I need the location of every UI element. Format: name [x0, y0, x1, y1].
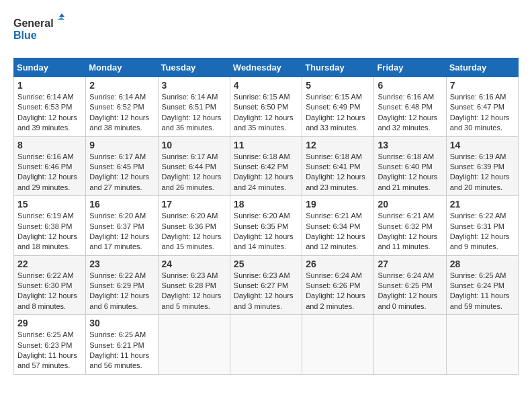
calendar-day-cell: 8Sunrise: 6:16 AMSunset: 6:46 PMDaylight…: [14, 136, 86, 196]
day-number: 3: [162, 80, 226, 91]
calendar-day-cell: 20Sunrise: 6:21 AMSunset: 6:32 PMDayligh…: [374, 196, 446, 256]
day-number: 23: [89, 259, 154, 269]
day-info: Sunrise: 6:16 AMSunset: 6:47 PMDaylight:…: [450, 92, 515, 134]
day-info: Sunrise: 6:17 AMSunset: 6:45 PMDaylight:…: [89, 152, 154, 193]
page-header: General Blue: [13, 13, 519, 47]
calendar-day-cell: 26Sunrise: 6:24 AMSunset: 6:26 PMDayligh…: [302, 255, 374, 315]
day-info: Sunrise: 6:25 AMSunset: 6:23 PMDaylight:…: [17, 330, 82, 371]
day-number: 22: [17, 259, 82, 269]
calendar-day-cell: [158, 315, 230, 375]
calendar-day-cell: 14Sunrise: 6:19 AMSunset: 6:39 PMDayligh…: [446, 136, 518, 196]
day-number: 6: [378, 80, 442, 91]
day-number: 12: [306, 140, 370, 150]
calendar-week-row: 29Sunrise: 6:25 AMSunset: 6:23 PMDayligh…: [14, 315, 519, 375]
day-number: 14: [450, 140, 515, 150]
day-number: 8: [17, 140, 82, 150]
day-number: 24: [162, 259, 226, 269]
calendar-day-cell: [374, 315, 446, 375]
day-of-week-header: Tuesday: [158, 58, 230, 77]
calendar-day-cell: 4Sunrise: 6:15 AMSunset: 6:50 PMDaylight…: [230, 77, 302, 137]
day-number: 19: [306, 199, 370, 210]
day-info: Sunrise: 6:21 AMSunset: 6:34 PMDaylight:…: [306, 211, 370, 253]
calendar-week-row: 22Sunrise: 6:22 AMSunset: 6:30 PMDayligh…: [14, 255, 519, 315]
day-number: 18: [234, 199, 298, 210]
day-info: Sunrise: 6:16 AMSunset: 6:48 PMDaylight:…: [378, 92, 442, 134]
day-number: 26: [306, 259, 370, 269]
day-number: 29: [17, 318, 82, 328]
calendar-day-cell: [446, 315, 518, 375]
calendar-day-cell: 30Sunrise: 6:25 AMSunset: 6:21 PMDayligh…: [86, 315, 158, 375]
day-number: 17: [162, 199, 226, 210]
calendar-day-cell: 2Sunrise: 6:14 AMSunset: 6:52 PMDaylight…: [86, 77, 158, 137]
calendar-day-cell: 17Sunrise: 6:20 AMSunset: 6:36 PMDayligh…: [158, 196, 230, 256]
calendar-day-cell: 6Sunrise: 6:16 AMSunset: 6:48 PMDaylight…: [374, 77, 446, 137]
day-info: Sunrise: 6:14 AMSunset: 6:52 PMDaylight:…: [89, 92, 154, 134]
calendar-day-cell: 28Sunrise: 6:25 AMSunset: 6:24 PMDayligh…: [446, 255, 518, 315]
logo: General Blue: [13, 13, 67, 47]
day-info: Sunrise: 6:18 AMSunset: 6:42 PMDaylight:…: [234, 152, 298, 193]
calendar-day-cell: 24Sunrise: 6:23 AMSunset: 6:28 PMDayligh…: [158, 255, 230, 315]
day-info: Sunrise: 6:14 AMSunset: 6:53 PMDaylight:…: [17, 92, 82, 134]
calendar-day-cell: 3Sunrise: 6:14 AMSunset: 6:51 PMDaylight…: [158, 77, 230, 137]
day-info: Sunrise: 6:23 AMSunset: 6:28 PMDaylight:…: [162, 271, 226, 312]
day-info: Sunrise: 6:14 AMSunset: 6:51 PMDaylight:…: [162, 92, 226, 134]
day-number: 11: [234, 140, 298, 150]
calendar-body: 1Sunrise: 6:14 AMSunset: 6:53 PMDaylight…: [14, 77, 519, 375]
day-info: Sunrise: 6:22 AMSunset: 6:31 PMDaylight:…: [450, 211, 515, 253]
day-info: Sunrise: 6:25 AMSunset: 6:24 PMDaylight:…: [450, 271, 515, 312]
day-number: 30: [89, 318, 154, 328]
calendar-day-cell: 25Sunrise: 6:23 AMSunset: 6:27 PMDayligh…: [230, 255, 302, 315]
calendar-day-cell: [302, 315, 374, 375]
day-number: 9: [89, 140, 154, 150]
calendar-day-cell: 22Sunrise: 6:22 AMSunset: 6:30 PMDayligh…: [14, 255, 86, 315]
day-info: Sunrise: 6:22 AMSunset: 6:30 PMDaylight:…: [17, 271, 82, 312]
calendar-week-row: 15Sunrise: 6:19 AMSunset: 6:38 PMDayligh…: [14, 196, 519, 256]
day-of-week-header: Monday: [86, 58, 158, 77]
day-info: Sunrise: 6:22 AMSunset: 6:29 PMDaylight:…: [89, 271, 154, 312]
svg-text:Blue: Blue: [13, 30, 37, 41]
day-of-week-header: Saturday: [446, 58, 518, 77]
day-info: Sunrise: 6:19 AMSunset: 6:39 PMDaylight:…: [450, 152, 515, 193]
day-info: Sunrise: 6:16 AMSunset: 6:46 PMDaylight:…: [17, 152, 82, 193]
calendar-day-cell: 19Sunrise: 6:21 AMSunset: 6:34 PMDayligh…: [302, 196, 374, 256]
day-info: Sunrise: 6:18 AMSunset: 6:40 PMDaylight:…: [378, 152, 442, 193]
day-info: Sunrise: 6:24 AMSunset: 6:25 PMDaylight:…: [378, 271, 442, 312]
calendar-table: SundayMondayTuesdayWednesdayThursdayFrid…: [13, 58, 519, 375]
day-info: Sunrise: 6:23 AMSunset: 6:27 PMDaylight:…: [234, 271, 298, 312]
day-number: 7: [450, 80, 515, 91]
day-info: Sunrise: 6:20 AMSunset: 6:37 PMDaylight:…: [89, 211, 154, 253]
logo-svg: General Blue: [13, 13, 67, 47]
day-info: Sunrise: 6:15 AMSunset: 6:49 PMDaylight:…: [306, 92, 370, 134]
day-of-week-header: Friday: [374, 58, 446, 77]
day-info: Sunrise: 6:24 AMSunset: 6:26 PMDaylight:…: [306, 271, 370, 312]
calendar-week-row: 1Sunrise: 6:14 AMSunset: 6:53 PMDaylight…: [14, 77, 519, 137]
day-info: Sunrise: 6:21 AMSunset: 6:32 PMDaylight:…: [378, 211, 442, 253]
calendar-day-cell: 1Sunrise: 6:14 AMSunset: 6:53 PMDaylight…: [14, 77, 86, 137]
day-number: 21: [450, 199, 515, 210]
day-number: 27: [378, 259, 442, 269]
calendar-day-cell: 27Sunrise: 6:24 AMSunset: 6:25 PMDayligh…: [374, 255, 446, 315]
day-info: Sunrise: 6:25 AMSunset: 6:21 PMDaylight:…: [89, 330, 154, 371]
calendar-day-cell: 23Sunrise: 6:22 AMSunset: 6:29 PMDayligh…: [86, 255, 158, 315]
day-number: 5: [306, 80, 370, 91]
day-number: 4: [234, 80, 298, 91]
day-info: Sunrise: 6:20 AMSunset: 6:35 PMDaylight:…: [234, 211, 298, 253]
day-of-week-header: Wednesday: [230, 58, 302, 77]
day-info: Sunrise: 6:15 AMSunset: 6:50 PMDaylight:…: [234, 92, 298, 134]
day-number: 2: [89, 80, 154, 91]
calendar-day-cell: 16Sunrise: 6:20 AMSunset: 6:37 PMDayligh…: [86, 196, 158, 256]
day-number: 1: [17, 80, 82, 91]
day-of-week-header: Sunday: [14, 58, 86, 77]
svg-marker-3: [57, 17, 64, 20]
calendar-day-cell: 12Sunrise: 6:18 AMSunset: 6:41 PMDayligh…: [302, 136, 374, 196]
svg-marker-2: [59, 13, 64, 17]
day-number: 16: [89, 199, 154, 210]
day-info: Sunrise: 6:17 AMSunset: 6:44 PMDaylight:…: [162, 152, 226, 193]
svg-text:General: General: [13, 17, 54, 29]
day-number: 15: [17, 199, 82, 210]
calendar-day-cell: 13Sunrise: 6:18 AMSunset: 6:40 PMDayligh…: [374, 136, 446, 196]
day-number: 25: [234, 259, 298, 269]
day-info: Sunrise: 6:20 AMSunset: 6:36 PMDaylight:…: [162, 211, 226, 253]
day-number: 13: [378, 140, 442, 150]
calendar-day-cell: 11Sunrise: 6:18 AMSunset: 6:42 PMDayligh…: [230, 136, 302, 196]
